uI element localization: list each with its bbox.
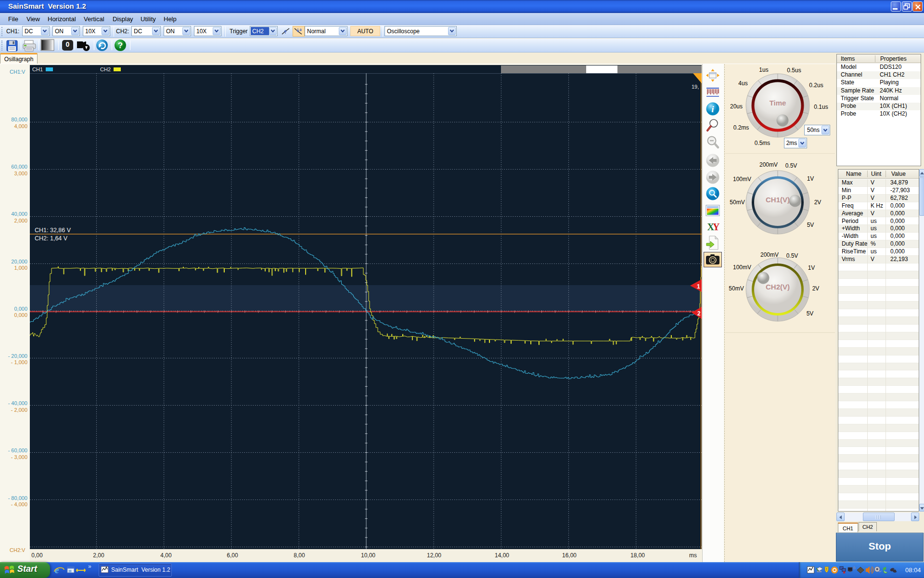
svg-text:!: ! (826, 567, 827, 572)
svg-text:CH1(V): CH1(V) (766, 196, 790, 204)
svg-text:1: 1 (697, 283, 700, 290)
svg-text:CH2: CH2 (100, 66, 111, 72)
svg-text:CH1: 32,86 V: CH1: 32,86 V (35, 227, 71, 234)
svg-text:CH1: CH1 (32, 66, 43, 72)
svg-text:CH2: 1,64 V: CH2: 1,64 V (35, 235, 68, 242)
svg-text:CH2(V): CH2(V) (766, 283, 790, 291)
svg-text:?: ? (118, 41, 123, 50)
svg-text:Time: Time (770, 99, 786, 107)
svg-text:2: 2 (697, 310, 701, 317)
svg-text:i: i (711, 104, 714, 114)
svg-text:19,: 19, (692, 84, 699, 90)
